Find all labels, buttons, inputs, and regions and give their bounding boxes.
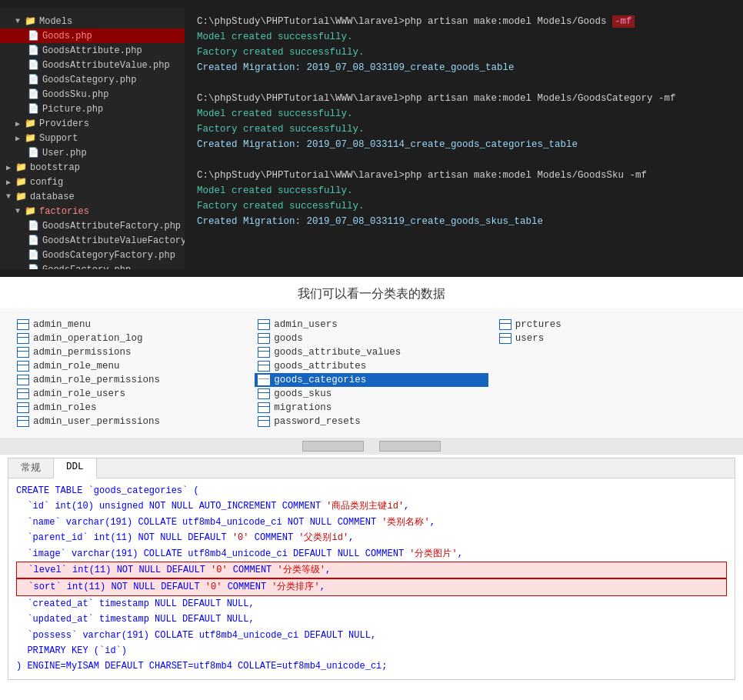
ddl-line-1: CREATE TABLE `goods_categories` ( bbox=[16, 483, 727, 498]
file-icon: 📄 bbox=[28, 264, 39, 269]
tree-support-folder[interactable]: 📁 Support bbox=[0, 131, 185, 145]
table-icon bbox=[17, 319, 29, 330]
tree-goodsattributefactory-php[interactable]: 📄 GoodsAttributeFactory.php bbox=[0, 218, 185, 233]
file-icon: 📄 bbox=[28, 147, 39, 158]
table-icon bbox=[499, 319, 511, 330]
tree-models-folder[interactable]: 📁 Models bbox=[0, 14, 185, 28]
folder-icon: 📁 bbox=[15, 176, 27, 188]
table-name: goods_attributes bbox=[274, 361, 366, 372]
middle-text: 我们可以看一分类表的数据 bbox=[0, 277, 743, 308]
tree-database-folder[interactable]: 📁 database bbox=[0, 189, 185, 204]
tab-normal[interactable]: 常规 bbox=[8, 458, 54, 478]
tab-ddl[interactable]: DDL bbox=[54, 458, 97, 478]
db-item-admin-role-users[interactable]: admin_role_users bbox=[14, 387, 247, 401]
tree-label: GoodsAttributeFactory.php bbox=[42, 221, 181, 232]
tree-label: Goods.php bbox=[42, 31, 92, 42]
table-name: prctures bbox=[515, 319, 561, 330]
file-icon: 📄 bbox=[28, 249, 39, 261]
tree-user-php[interactable]: 📄 User.php bbox=[0, 145, 185, 160]
table-name: goods_skus bbox=[274, 388, 332, 399]
terminal-output: C:\phpStudy\PHPTutorial\WWW\laravel>php … bbox=[185, 8, 743, 269]
db-item-goods-attributes[interactable]: goods_attributes bbox=[255, 359, 488, 373]
db-item-admin-roles[interactable]: admin_roles bbox=[14, 401, 247, 415]
db-col1: admin_menu admin_operation_log admin_per… bbox=[14, 318, 247, 428]
tree-goodsattributevalue-php[interactable]: 📄 GoodsAttributeValue.php bbox=[0, 58, 185, 72]
app-container: 📁 Models 📄 Goods.php 📄 GoodsAttribute.ph… bbox=[0, 0, 743, 680]
table-name: admin_roles bbox=[33, 402, 97, 413]
tree-label: Picture.php bbox=[42, 104, 103, 115]
tree-providers-folder[interactable]: 📁 Providers bbox=[0, 116, 185, 131]
folder-icon: 📁 bbox=[15, 162, 27, 173]
tree-factories-folder[interactable]: 📁 factories bbox=[0, 204, 185, 218]
tree-goodsfactory-php[interactable]: 📄 GoodsFactory.php bbox=[0, 262, 185, 269]
table-icon bbox=[258, 361, 270, 372]
ddl-line-12: ) ENGINE=MyISAM DEFAULT CHARSET=utf8mb4 … bbox=[16, 658, 727, 674]
db-item-admin-role-menu[interactable]: admin_role_menu bbox=[14, 359, 247, 373]
db-item-password-resets[interactable]: password_resets bbox=[255, 415, 488, 428]
ddl-line-2: `id` int(10) unsigned NOT NULL AUTO_INCR… bbox=[16, 498, 727, 514]
db-col2: admin_users goods goods_attribute_values… bbox=[255, 318, 488, 428]
db-item-goods[interactable]: goods bbox=[255, 332, 488, 345]
file-icon: 📄 bbox=[28, 30, 39, 42]
terminal-output-line: Factory created successfully. bbox=[197, 122, 731, 137]
tree-goodscategoryfactory-php[interactable]: 📄 GoodsCategoryFactory.php bbox=[0, 248, 185, 262]
table-name: password_resets bbox=[274, 416, 361, 427]
terminal-migration-line: Created Migration: 2019_07_08_033114_cre… bbox=[197, 137, 731, 152]
db-item-admin-permissions[interactable]: admin_permissions bbox=[14, 345, 247, 359]
tree-label: bootstrap bbox=[30, 162, 80, 173]
tree-goodsattribute-php[interactable]: 📄 GoodsAttribute.php bbox=[0, 43, 185, 58]
tree-goods-php[interactable]: 📄 Goods.php bbox=[0, 28, 185, 43]
tree-bootstrap-folder[interactable]: 📁 bootstrap bbox=[0, 160, 185, 175]
db-item-migrations[interactable]: migrations bbox=[255, 401, 488, 415]
tree-expand-icon bbox=[6, 192, 11, 201]
folder-icon: 📁 bbox=[25, 15, 36, 27]
db-item-admin-role-permissions[interactable]: admin_role_permissions bbox=[14, 373, 247, 387]
table-icon bbox=[258, 388, 270, 399]
tree-expand-icon bbox=[15, 119, 20, 128]
db-item-users[interactable]: users bbox=[496, 332, 729, 345]
file-icon: 📄 bbox=[28, 59, 39, 71]
table-icon bbox=[258, 319, 270, 330]
terminal-output-line: Model created successfully. bbox=[197, 29, 731, 45]
db-item-goods-categories[interactable]: goods_categories bbox=[255, 373, 488, 387]
tree-label: GoodsAttribute.php bbox=[42, 45, 142, 56]
divider-handle-left[interactable] bbox=[302, 441, 364, 452]
table-icon bbox=[499, 333, 511, 344]
tree-goodsattributevaluefactory-php[interactable]: 📄 GoodsAttributeValueFactory.php bbox=[0, 233, 185, 248]
folder-icon: 📁 bbox=[25, 132, 36, 144]
terminal-output-line: Factory created successfully. bbox=[197, 45, 731, 60]
table-icon bbox=[17, 388, 29, 399]
tree-goodssku-php[interactable]: 📄 GoodsSku.php bbox=[0, 87, 185, 102]
file-icon: 📄 bbox=[28, 235, 39, 246]
db-item-prctures[interactable]: prctures bbox=[496, 318, 729, 332]
ddl-line-9: `updated_at` timestamp NULL DEFAULT NULL… bbox=[16, 612, 727, 627]
tree-goodscategory-php[interactable]: 📄 GoodsCategory.php bbox=[0, 72, 185, 87]
table-name: users bbox=[515, 333, 545, 344]
divider-handle-right[interactable] bbox=[379, 441, 441, 452]
tree-label: GoodsFactory.php bbox=[42, 265, 131, 270]
ddl-content: CREATE TABLE `goods_categories` ( `id` i… bbox=[8, 478, 735, 679]
folder-icon: 📁 bbox=[25, 205, 36, 217]
folder-icon: 📁 bbox=[15, 191, 27, 202]
tree-config-folder[interactable]: 📁 config bbox=[0, 175, 185, 189]
table-name: admin_user_permissions bbox=[33, 416, 160, 427]
db-item-admin-user-permissions[interactable]: admin_user_permissions bbox=[14, 415, 247, 428]
ddl-line-5: `image` varchar(191) COLLATE utf8mb4_uni… bbox=[16, 546, 727, 562]
tree-label: config bbox=[30, 177, 63, 188]
db-item-admin-menu[interactable]: admin_menu bbox=[14, 318, 247, 332]
ddl-line-11: PRIMARY KEY (`id`) bbox=[16, 643, 727, 658]
tree-label: Support bbox=[39, 133, 78, 144]
tree-label: GoodsCategory.php bbox=[42, 75, 136, 85]
tree-label: GoodsSku.php bbox=[42, 89, 108, 100]
terminal-migration-line: Created Migration: 2019_07_08_033119_cre… bbox=[197, 214, 731, 229]
db-item-goods-skus[interactable]: goods_skus bbox=[255, 387, 488, 401]
db-item-goods-attribute-values[interactable]: goods_attribute_values bbox=[255, 345, 488, 359]
tree-picture-php[interactable]: 📄 Picture.php bbox=[0, 102, 185, 116]
db-item-admin-users[interactable]: admin_users bbox=[255, 318, 488, 332]
terminal-output-line: Factory created successfully. bbox=[197, 198, 731, 214]
folder-icon: 📁 bbox=[25, 118, 36, 129]
table-name: admin_users bbox=[274, 319, 338, 330]
table-icon bbox=[17, 402, 29, 413]
tree-expand-icon bbox=[15, 134, 20, 143]
db-item-admin-operation-log[interactable]: admin_operation_log bbox=[14, 332, 247, 345]
